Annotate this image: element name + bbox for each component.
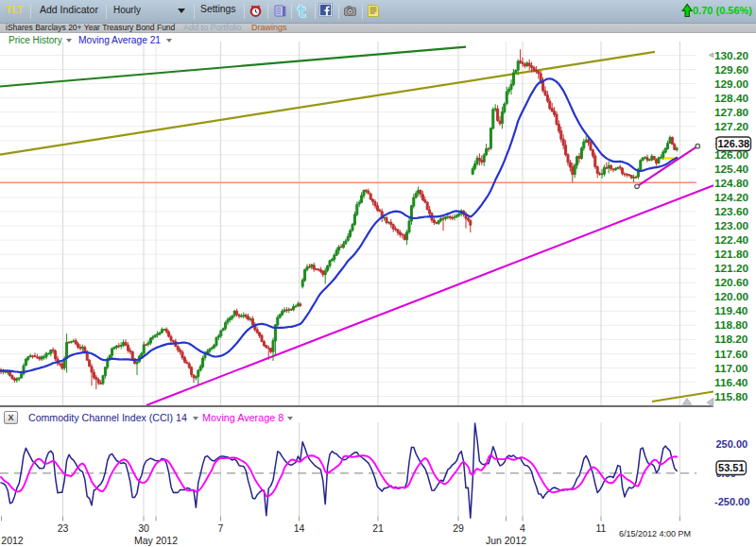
svg-text:11: 11: [596, 522, 607, 534]
svg-text:May 2012: May 2012: [134, 535, 178, 546]
svg-text:29: 29: [453, 522, 464, 534]
svg-text:129.00: 129.00: [714, 77, 749, 91]
svg-text:124.80: 124.80: [714, 177, 749, 190]
svg-text:128.40: 128.40: [714, 92, 749, 105]
svg-text:126.38: 126.38: [717, 138, 749, 149]
svg-text:121.20: 121.20: [714, 262, 749, 275]
svg-text:124.20: 124.20: [714, 191, 749, 204]
svg-text:125.40: 125.40: [714, 162, 749, 176]
svg-text:127.20: 127.20: [714, 120, 749, 133]
svg-text:21: 21: [372, 522, 384, 534]
svg-text:117.00: 117.00: [714, 362, 748, 375]
svg-text:120.00: 120.00: [714, 290, 749, 303]
svg-text:30: 30: [138, 522, 149, 534]
svg-text:115.80: 115.80: [714, 390, 748, 403]
svg-text:-250.00: -250.00: [714, 496, 749, 507]
svg-text:129.60: 129.60: [714, 63, 749, 77]
svg-text:53.51: 53.51: [718, 462, 745, 473]
svg-text:23: 23: [58, 522, 69, 534]
svg-text:117.60: 117.60: [714, 348, 748, 361]
svg-text:2012: 2012: [1, 535, 24, 546]
svg-text:118.80: 118.80: [714, 318, 748, 332]
svg-text:14: 14: [294, 522, 305, 534]
svg-text:6/15/2012 4:00 PM: 6/15/2012 4:00 PM: [619, 529, 691, 538]
svg-text:Jun 2012: Jun 2012: [486, 535, 526, 546]
svg-text:121.80: 121.80: [714, 248, 749, 261]
svg-text:120.60: 120.60: [714, 276, 749, 289]
svg-text:250.00: 250.00: [716, 438, 748, 450]
svg-text:127.80: 127.80: [714, 106, 749, 119]
svg-text:118.20: 118.20: [714, 333, 748, 346]
svg-text:123.00: 123.00: [714, 219, 749, 232]
svg-text:130.20: 130.20: [714, 49, 749, 62]
svg-text:119.40: 119.40: [714, 304, 748, 317]
svg-text:122.40: 122.40: [714, 233, 749, 247]
svg-text:116.40: 116.40: [714, 376, 748, 389]
svg-text:123.60: 123.60: [714, 205, 749, 218]
svg-text:4: 4: [520, 522, 525, 534]
svg-text:7: 7: [218, 522, 224, 534]
